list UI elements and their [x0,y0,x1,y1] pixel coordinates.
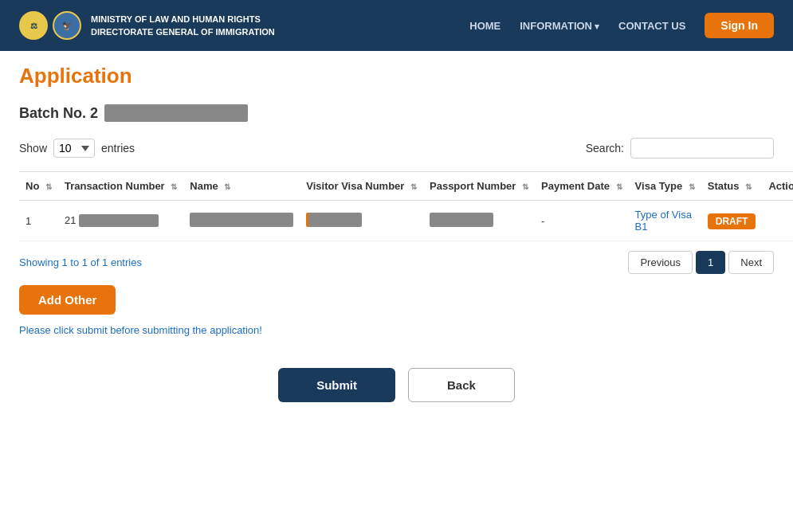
search-row: Search: [586,138,774,158]
header-title-line2: DIRECTORATE GENERAL OF IMMIGRATION [91,25,275,39]
pagination: Previous 1 Next [628,251,774,274]
add-other-button[interactable]: Add Other [19,285,116,315]
data-table: No ⇅ Transaction Number ⇅ Name ⇅ Visitor… [19,171,793,241]
status-badge: DRAFT [708,213,756,229]
header-left: ⚖ 🦅 MINISTRY OF LAW AND HUMAN RIGHTS DIR… [19,11,275,40]
table-footer: Showing 1 to 1 of 1 entries Previous 1 N… [19,251,774,274]
passport-redacted [430,213,493,227]
table-body: 1 21 - Type of Visa B1 [19,201,793,241]
sign-in-button[interactable]: Sign In [705,13,774,38]
logo-icon-1: ⚖ [19,11,48,40]
header-title: MINISTRY OF LAW AND HUMAN RIGHTS DIRECTO… [91,13,275,39]
table-header: No ⇅ Transaction Number ⇅ Name ⇅ Visitor… [19,172,793,201]
batch-row: Batch No. 2 [19,104,774,122]
show-label: Show [19,142,47,155]
sort-icon-visitor: ⇅ [410,182,417,191]
cell-payment-date: - [535,201,629,241]
col-action: Action ⇅ [762,172,793,201]
cell-no: 1 [19,201,58,241]
sort-icon-visa: ⇅ [689,182,695,191]
name-redacted [190,213,293,227]
submit-button[interactable]: Submit [278,368,395,402]
cell-visitor-visa [300,201,423,241]
back-button[interactable]: Back [408,368,515,402]
visa-type-link[interactable]: Type of Visa B1 [635,209,692,233]
sort-icon-no: ⇅ [45,182,52,191]
header: ⚖ 🦅 MINISTRY OF LAW AND HUMAN RIGHTS DIR… [0,0,793,51]
col-payment-date: Payment Date ⇅ [535,172,629,201]
search-label: Search: [586,142,624,155]
nav-contact[interactable]: CONTACT US [618,20,685,32]
col-no: No ⇅ [19,172,58,201]
main-content: Application Batch No. 2 Show 10 25 50 10… [0,51,793,434]
sort-icon-status: ⇅ [745,182,752,191]
cell-action [762,201,793,241]
header-nav: HOME INFORMATION CONTACT US Sign In [469,13,774,38]
cell-visa-type: Type of Visa B1 [629,201,701,241]
page-title: Application [19,64,774,88]
sort-icon-transaction: ⇅ [171,182,177,191]
cell-name [183,201,300,241]
previous-button[interactable]: Previous [628,251,693,274]
cell-transaction-number: 21 [58,201,183,241]
col-status: Status ⇅ [701,172,763,201]
transaction-redacted [79,214,159,227]
entries-select[interactable]: 10 25 50 100 [53,139,95,158]
nav-information[interactable]: INFORMATION [520,20,599,32]
sort-icon-payment: ⇅ [616,182,622,191]
table-row: 1 21 - Type of Visa B1 [19,201,793,241]
col-passport: Passport Number ⇅ [423,172,535,201]
bottom-buttons: Submit Back [19,368,774,402]
batch-label: Batch No. 2 [19,105,98,122]
visitor-visa-redacted [306,213,362,227]
search-input[interactable] [630,138,774,158]
page-1-button[interactable]: 1 [696,251,725,274]
controls-row: Show 10 25 50 100 entries Search: [19,138,774,158]
nav-home[interactable]: HOME [469,20,501,32]
submit-notice: Please click submit before submitting th… [19,324,774,336]
sort-icon-passport: ⇅ [522,182,528,191]
col-name: Name ⇅ [183,172,300,201]
showing-text: Showing 1 to 1 of 1 entries [19,256,142,268]
batch-value-redacted [104,104,248,122]
entries-label: entries [101,142,135,155]
col-visitor-visa: Visitor Visa Number ⇅ [300,172,423,201]
header-title-line1: MINISTRY OF LAW AND HUMAN RIGHTS [91,13,275,26]
next-button[interactable]: Next [728,251,774,274]
sort-icon-name: ⇅ [224,182,230,191]
transaction-prefix: 21 [65,214,76,226]
col-visa-type: Visa Type ⇅ [629,172,701,201]
cell-passport [423,201,535,241]
logo-icon-2: 🦅 [53,11,81,40]
logo-icons: ⚖ 🦅 [19,11,81,40]
cell-status: DRAFT [701,201,763,241]
show-entries: Show 10 25 50 100 entries [19,139,135,158]
col-transaction-number: Transaction Number ⇅ [58,172,183,201]
